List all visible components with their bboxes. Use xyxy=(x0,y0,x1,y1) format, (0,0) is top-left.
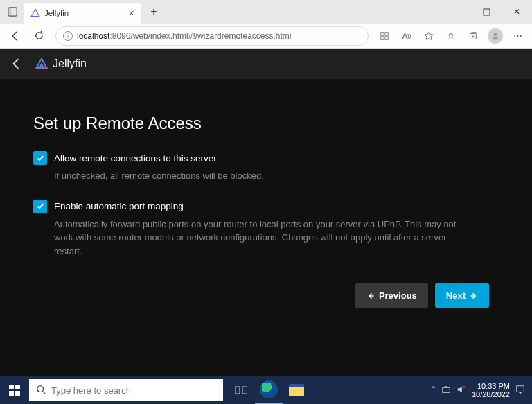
svg-rect-4 xyxy=(381,32,384,35)
svg-rect-3 xyxy=(484,9,490,15)
taskbar-clock[interactable]: 10:33 PM 10/28/2022 xyxy=(472,382,510,398)
tab-favicon xyxy=(30,8,40,18)
svg-rect-12 xyxy=(9,385,14,389)
window-maximize-button[interactable] xyxy=(471,0,502,24)
svg-point-16 xyxy=(37,385,44,392)
favorites-bar-icon[interactable] xyxy=(441,26,461,46)
app-back-button[interactable] xyxy=(7,54,26,73)
tray-volume-icon[interactable] xyxy=(456,385,466,396)
svg-rect-7 xyxy=(385,36,388,39)
tab-title: Jellyfin xyxy=(44,9,69,17)
svg-rect-21 xyxy=(517,385,524,392)
tab-close-icon[interactable]: × xyxy=(129,8,134,19)
system-tray: ˄ 10:33 PM 10/28/2022 xyxy=(432,382,532,398)
search-icon xyxy=(36,385,46,396)
taskbar-explorer-icon[interactable] xyxy=(283,376,310,404)
svg-rect-5 xyxy=(385,32,388,35)
address-bar[interactable]: i localhost:8096/web/index.html#!/wizard… xyxy=(55,26,369,46)
arrow-right-icon xyxy=(470,292,478,300)
nav-back-button[interactable] xyxy=(4,25,26,47)
clock-date: 10/28/2022 xyxy=(472,390,510,398)
previous-label: Previous xyxy=(379,290,417,301)
profile-avatar[interactable] xyxy=(485,26,506,46)
read-aloud-icon[interactable]: A)) xyxy=(396,26,417,46)
app-header: Jellyfin xyxy=(0,49,532,79)
start-button[interactable] xyxy=(0,376,29,404)
search-placeholder: Type here to search xyxy=(51,385,131,396)
wizard-nav: Previous Next xyxy=(33,283,499,308)
window-controls: ─ ✕ xyxy=(441,0,532,24)
svg-rect-18 xyxy=(242,387,247,394)
window-minimize-button[interactable]: ─ xyxy=(441,0,471,24)
brand-name: Jellyfin xyxy=(53,58,87,70)
brand-logo-icon xyxy=(35,57,48,71)
next-button[interactable]: Next xyxy=(435,283,489,308)
window-close-button[interactable]: ✕ xyxy=(502,0,532,24)
browser-titlebar: Jellyfin × + ─ ✕ xyxy=(0,0,532,24)
menu-icon[interactable]: ⋯ xyxy=(507,26,528,46)
brand: Jellyfin xyxy=(35,57,87,71)
taskbar-search[interactable]: Type here to search xyxy=(29,379,223,401)
tray-network-icon[interactable] xyxy=(441,385,451,396)
site-info-icon[interactable]: i xyxy=(63,31,73,41)
taskbar-edge-icon[interactable] xyxy=(255,376,283,404)
svg-rect-19 xyxy=(443,387,450,392)
svg-rect-13 xyxy=(15,385,20,389)
wizard-content: Set up Remote Access Allow remote connec… xyxy=(0,79,532,376)
setting-remote-label: Allow remote connections to this server xyxy=(54,153,217,164)
setting-upnp-label: Enable automatic port mapping xyxy=(54,201,184,211)
svg-rect-14 xyxy=(9,391,14,396)
tab-actions-icon[interactable] xyxy=(4,3,21,20)
tray-chevron-icon[interactable]: ˄ xyxy=(432,385,436,395)
checkbox-remote[interactable] xyxy=(33,151,47,165)
nav-refresh-button[interactable] xyxy=(28,25,50,47)
clock-time: 10:33 PM xyxy=(472,382,510,390)
svg-marker-11 xyxy=(39,62,44,67)
setting-remote-connections: Allow remote connections to this server … xyxy=(33,151,477,183)
browser-toolbar: i localhost:8096/web/index.html#!/wizard… xyxy=(0,24,532,49)
taskbar: Type here to search ˄ 10:33 PM 10/28/202… xyxy=(0,376,532,404)
new-tab-button[interactable]: + xyxy=(144,2,163,21)
url-path: :8096/web/index.html#!/wizardremoteacces… xyxy=(109,31,291,41)
svg-marker-2 xyxy=(31,9,39,17)
url-host: localhost xyxy=(77,31,109,41)
extensions-icon[interactable] xyxy=(374,26,395,46)
svg-point-20 xyxy=(463,385,466,388)
favorite-icon[interactable] xyxy=(418,26,439,46)
previous-button[interactable]: Previous xyxy=(355,283,428,308)
browser-tab[interactable]: Jellyfin × xyxy=(24,3,141,24)
svg-rect-6 xyxy=(381,36,384,39)
next-label: Next xyxy=(446,290,466,301)
svg-point-9 xyxy=(494,33,497,36)
setting-remote-desc: If unchecked, all remote connections wil… xyxy=(54,169,477,183)
svg-rect-1 xyxy=(8,8,11,16)
svg-rect-17 xyxy=(235,387,240,394)
svg-rect-15 xyxy=(15,391,20,396)
setting-port-mapping: Enable automatic port mapping Automatica… xyxy=(33,200,477,258)
arrow-left-icon xyxy=(366,292,375,300)
setting-upnp-desc: Automatically forward public ports on yo… xyxy=(54,218,477,258)
page-title: Set up Remote Access xyxy=(33,114,499,133)
checkbox-upnp[interactable] xyxy=(33,200,47,213)
task-view-icon[interactable] xyxy=(227,376,255,404)
collections-icon[interactable] xyxy=(463,26,484,46)
app-viewport: Jellyfin Set up Remote Access Allow remo… xyxy=(0,49,532,376)
tray-notifications-icon[interactable] xyxy=(515,385,525,396)
